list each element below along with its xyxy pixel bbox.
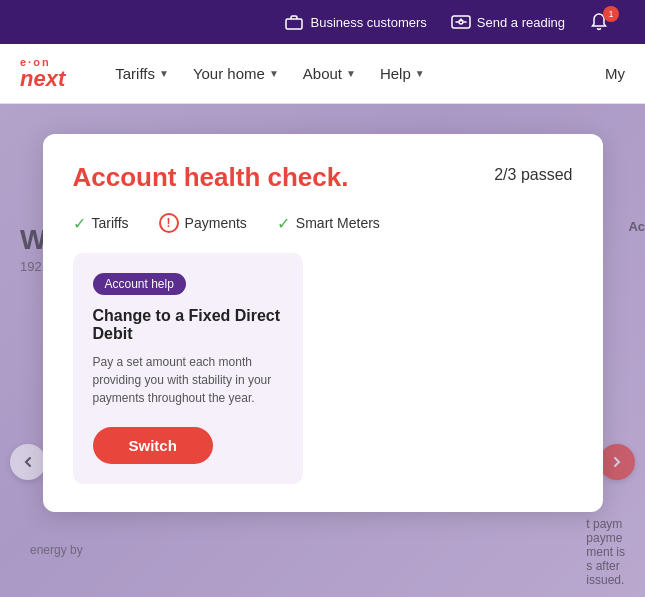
nav-about[interactable]: About ▼ [293, 57, 366, 90]
check-tariffs-icon: ✓ [73, 214, 86, 233]
inner-card-title: Change to a Fixed Direct Debit [93, 307, 283, 343]
switch-button[interactable]: Switch [93, 427, 213, 464]
modal-overlay: Account health check. 2/3 passed ✓ Tarif… [0, 104, 645, 597]
check-tariffs: ✓ Tariffs [73, 214, 129, 233]
about-chevron: ▼ [346, 68, 356, 79]
send-reading-label: Send a reading [477, 15, 565, 30]
inner-card-description: Pay a set amount each month providing yo… [93, 353, 283, 407]
account-help-badge: Account help [93, 273, 186, 295]
check-payments-icon: ! [159, 213, 179, 233]
health-check-modal: Account health check. 2/3 passed ✓ Tarif… [43, 134, 603, 512]
your-home-chevron: ▼ [269, 68, 279, 79]
svg-rect-1 [452, 16, 470, 28]
tariffs-label: Tariffs [115, 65, 155, 82]
check-smart-meters: ✓ Smart Meters [277, 214, 380, 233]
check-payments-label: Payments [185, 215, 247, 231]
top-bar: Business customers Send a reading 1 [0, 0, 645, 44]
business-customers-label: Business customers [310, 15, 426, 30]
main-nav: Tariffs ▼ Your home ▼ About ▼ Help ▼ [105, 57, 575, 90]
your-home-label: Your home [193, 65, 265, 82]
tariffs-chevron: ▼ [159, 68, 169, 79]
check-tariffs-label: Tariffs [92, 215, 129, 231]
nav-help[interactable]: Help ▼ [370, 57, 435, 90]
modal-header: Account health check. 2/3 passed [73, 162, 573, 193]
check-smart-meters-label: Smart Meters [296, 215, 380, 231]
modal-passed: 2/3 passed [494, 166, 572, 184]
modal-title: Account health check. [73, 162, 349, 193]
nav-your-home[interactable]: Your home ▼ [183, 57, 289, 90]
svg-rect-0 [286, 19, 302, 29]
nav-tariffs[interactable]: Tariffs ▼ [105, 57, 179, 90]
about-label: About [303, 65, 342, 82]
help-chevron: ▼ [415, 68, 425, 79]
business-customers-link[interactable]: Business customers [284, 12, 426, 32]
nav-my[interactable]: My [605, 65, 625, 82]
header: e·on next Tariffs ▼ Your home ▼ About ▼ … [0, 44, 645, 104]
svg-point-2 [459, 20, 463, 24]
notification-count: 1 [603, 6, 619, 22]
check-smart-meters-icon: ✓ [277, 214, 290, 233]
help-label: Help [380, 65, 411, 82]
briefcase-icon [284, 12, 304, 32]
check-payments: ! Payments [159, 213, 247, 233]
notification-link[interactable]: 1 [589, 12, 625, 32]
logo-next: next [20, 68, 65, 90]
logo[interactable]: e·on next [20, 57, 65, 90]
send-reading-link[interactable]: Send a reading [451, 12, 565, 32]
modal-checks: ✓ Tariffs ! Payments ✓ Smart Meters [73, 213, 573, 233]
my-label: My [605, 65, 625, 82]
inner-recommendation-card: Account help Change to a Fixed Direct De… [73, 253, 303, 484]
meter-icon [451, 12, 471, 32]
